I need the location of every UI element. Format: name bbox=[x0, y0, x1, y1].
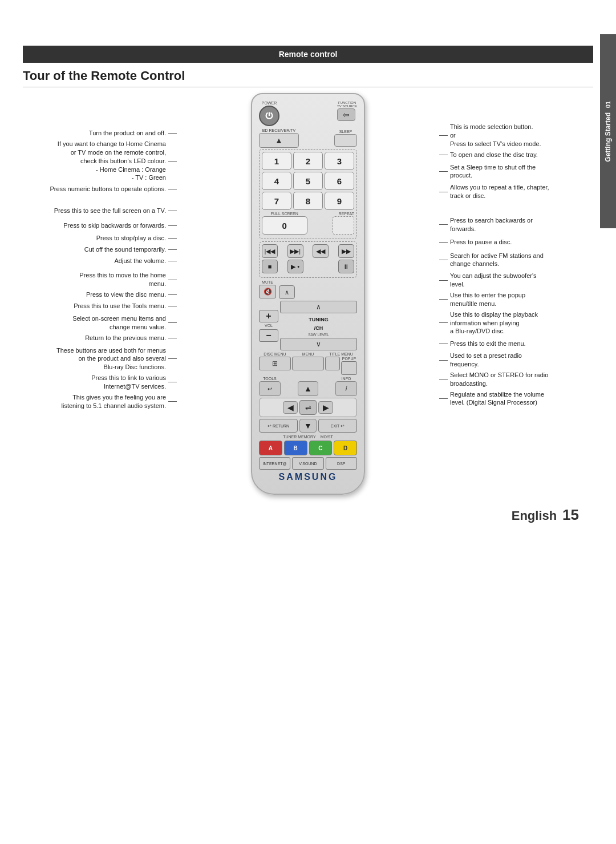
return-button[interactable]: ↩ RETURN bbox=[259, 419, 298, 433]
function-button[interactable]: ⇦ bbox=[337, 108, 355, 121]
menu-label: MENU bbox=[292, 352, 324, 356]
ann-left-10: Press to view the disc menu. bbox=[17, 290, 177, 300]
side-tab: 01 Getting Started bbox=[600, 34, 616, 228]
sleep-label: SLEEP bbox=[334, 130, 357, 134]
zero-row: FULL SCREEN 0 REPEAT bbox=[262, 212, 354, 235]
nav-right-button[interactable]: ▶ bbox=[318, 401, 333, 414]
ann-right-2: To open and close the disc tray. bbox=[439, 151, 599, 160]
popup-button[interactable] bbox=[341, 361, 357, 375]
nav-up-button[interactable]: ▲ bbox=[298, 381, 318, 396]
btn-b[interactable]: B bbox=[284, 441, 307, 455]
num-9-button[interactable]: 9 bbox=[325, 192, 354, 210]
nav-ok-button[interactable]: ⇌ bbox=[299, 400, 317, 415]
repeat-label: REPEAT bbox=[339, 212, 355, 216]
remote-control-column: POWER FUNCTIONTV SOURCE ⇦ BD RECEI bbox=[177, 93, 439, 495]
btn-d[interactable]: D bbox=[334, 441, 357, 455]
mute-button[interactable]: 🔇 bbox=[259, 285, 276, 298]
ann-left-16: This gives you the feeling you arelisten… bbox=[17, 393, 177, 410]
exit-button[interactable]: EXIT ↩ bbox=[318, 419, 357, 433]
btn-c[interactable]: C bbox=[309, 441, 333, 455]
vol-up-button[interactable]: + bbox=[259, 310, 278, 322]
mute-section: MUTE 🔇 bbox=[259, 280, 276, 298]
skip-fwd-button[interactable]: ▶▶| bbox=[287, 244, 303, 258]
tools-section: TOOLS ↩ bbox=[259, 377, 281, 396]
ann-left-9: Press this to move to the homemenu. bbox=[17, 271, 177, 288]
ann-right-10: Use this to display the playbackinformat… bbox=[439, 310, 599, 336]
remote-control: POWER FUNCTIONTV SOURCE ⇦ BD RECEI bbox=[251, 93, 365, 495]
num-4-button[interactable]: 4 bbox=[262, 172, 291, 190]
mute-row: MUTE 🔇 ∧ bbox=[259, 280, 357, 299]
up-button[interactable]: ∧ bbox=[279, 285, 295, 299]
play-button[interactable]: ▶ • bbox=[287, 260, 303, 273]
remote-top-row: POWER FUNCTIONTV SOURCE ⇦ bbox=[259, 101, 357, 126]
title-menu-button[interactable] bbox=[325, 357, 340, 370]
num-0-button[interactable]: 0 bbox=[262, 216, 307, 235]
tuning-up-button[interactable]: ∧ bbox=[280, 301, 357, 313]
ffw-button[interactable]: ▶▶ bbox=[338, 244, 354, 258]
power-button[interactable] bbox=[259, 106, 279, 126]
ann-right-13: Select MONO or STEREO for radiobroadcast… bbox=[439, 371, 599, 388]
vol-label: VOL bbox=[265, 324, 273, 328]
info-button[interactable]: i bbox=[335, 381, 357, 396]
btn-a[interactable]: A bbox=[259, 441, 282, 455]
tools-label: TOOLS bbox=[259, 377, 281, 381]
ann-right-12: Used to set a preset radiofrequency. bbox=[439, 352, 599, 369]
repeat-section: REPEAT bbox=[309, 212, 355, 235]
bd-sleep-row: BD RECEIVER/TV ▲ SLEEP bbox=[259, 128, 357, 148]
return-label: RETURN bbox=[273, 424, 289, 428]
num-6-button[interactable]: 6 bbox=[325, 172, 354, 190]
tools-button[interactable]: ↩ bbox=[259, 381, 281, 396]
nav-section: ◀ ⇌ ▶ bbox=[259, 398, 357, 417]
pause-button[interactable]: ⏸ bbox=[338, 260, 354, 273]
popup-section: POPUP bbox=[341, 357, 357, 375]
main-content: Turn the product on and off. If you want… bbox=[0, 93, 616, 495]
ann-right-8: You can adjust the subwoofer'slevel. bbox=[439, 272, 599, 289]
bd-section: BD RECEIVER/TV ▲ bbox=[259, 128, 299, 148]
tuning-down-button[interactable]: ∨ bbox=[280, 338, 357, 350]
dsp-button[interactable]: DSP bbox=[326, 457, 357, 470]
disc-menu-section: DISC MENU ⊞ bbox=[259, 352, 291, 375]
skip-back-button[interactable]: |◀◀ bbox=[262, 244, 278, 258]
bd-button[interactable]: ▲ bbox=[259, 133, 299, 148]
nav-left-button[interactable]: ◀ bbox=[283, 401, 298, 414]
ann-left-7: Cut off the sound temporarily. bbox=[17, 245, 177, 254]
ann-left-13: Return to the previous menu. bbox=[17, 334, 177, 343]
moist-label: MO/ST bbox=[321, 435, 333, 439]
num-3-button[interactable]: 3 bbox=[325, 152, 354, 170]
ann-left-8: Adjust the volume. bbox=[17, 256, 177, 265]
num-row-1: 1 2 3 bbox=[262, 152, 354, 170]
page-title: Tour of the Remote Control bbox=[23, 68, 593, 87]
tuner-moist-row: TUNER MEMORY MO/ST bbox=[259, 435, 357, 439]
rew-button[interactable]: ◀◀ bbox=[313, 244, 329, 258]
disc-menu-label: DISC MENU bbox=[259, 352, 291, 356]
function-section: FUNCTIONTV SOURCE ⇦ bbox=[337, 101, 357, 121]
v-sound-button[interactable]: V.SOUND bbox=[292, 457, 323, 470]
menu-button[interactable] bbox=[292, 357, 324, 370]
num-7-button[interactable]: 7 bbox=[262, 192, 291, 210]
internet-button[interactable]: INTERNET@ bbox=[259, 457, 290, 470]
ann-left-4: Press this to see the full screen on a T… bbox=[17, 206, 177, 215]
saw-level-label: SAW LEVEL bbox=[308, 333, 329, 337]
num-2-button[interactable]: 2 bbox=[293, 152, 323, 170]
num-8-button[interactable]: 8 bbox=[293, 192, 323, 210]
tools-row: TOOLS ↩ ▲ INFO i bbox=[259, 377, 357, 396]
bd-label: BD RECEIVER/TV bbox=[259, 128, 299, 132]
side-tab-number: 01 bbox=[605, 101, 611, 108]
num-5-button[interactable]: 5 bbox=[293, 172, 323, 190]
exit-label: EXIT bbox=[331, 424, 340, 428]
vol-column: + VOL − bbox=[259, 310, 278, 342]
bottom-row: INTERNET@ V.SOUND DSP bbox=[259, 457, 357, 470]
transport-section: |◀◀ ▶▶| ◀◀ ▶▶ ■ ▶ • ⏸ bbox=[259, 241, 357, 278]
fullscreen-section: FULL SCREEN 0 bbox=[262, 212, 307, 235]
section-header: Remote control bbox=[23, 46, 593, 63]
disc-menu-button[interactable]: ⊞ bbox=[259, 357, 291, 370]
ann-right-1: This is mode selection button.orPress to… bbox=[439, 123, 599, 148]
right-annotations: This is mode selection button.orPress to… bbox=[439, 93, 599, 495]
num-row-2: 4 5 6 bbox=[262, 172, 354, 190]
sleep-button[interactable] bbox=[334, 134, 357, 147]
vol-down-button[interactable]: − bbox=[259, 329, 278, 342]
stop-button[interactable]: ■ bbox=[262, 260, 278, 273]
ann-right-5: Press to search backwards orforwards. bbox=[439, 216, 599, 233]
num-1-button[interactable]: 1 bbox=[262, 152, 291, 170]
nav-down-button[interactable]: ▼ bbox=[299, 419, 317, 433]
